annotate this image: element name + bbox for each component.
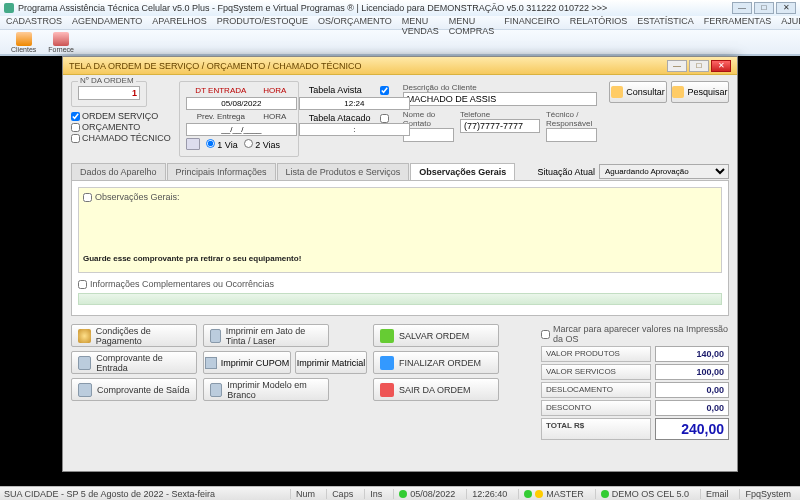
chk-chamado[interactable]: CHAMADO TÉCNICO: [71, 133, 171, 143]
doc-in-icon: [78, 356, 91, 370]
chk-avista[interactable]: Tabela Avista: [309, 85, 389, 95]
os-close[interactable]: ✕: [711, 60, 731, 72]
menu-estatistica[interactable]: ESTATÍSTICA: [637, 16, 694, 29]
printer-icon: [186, 138, 200, 150]
status-email[interactable]: Email: [700, 489, 734, 499]
led-icon: [524, 490, 532, 498]
menu-cadastros[interactable]: CADASTROS: [6, 16, 62, 29]
menu-ferramentas[interactable]: FERRAMENTAS: [704, 16, 771, 29]
obs-keep-msg: Guarde esse comprovante pra retirar o se…: [83, 254, 717, 263]
check-icon: [380, 329, 394, 343]
consultar-button[interactable]: Consultar: [609, 81, 667, 103]
os-maximize[interactable]: □: [689, 60, 709, 72]
printer-icon: [210, 329, 221, 343]
status-caps: Caps: [326, 489, 358, 499]
green-bar: [78, 293, 722, 305]
chk-obs[interactable]: [83, 193, 92, 202]
os-window-title: TELA DA ORDEM DE SERVIÇO / ORÇAMENTO / C…: [69, 61, 362, 71]
btn-finalizar-ordem[interactable]: FINALIZAR ORDEM: [373, 351, 499, 374]
menu-ajuda[interactable]: AJUDA: [781, 16, 800, 29]
contato-input[interactable]: [403, 128, 454, 142]
os-window: TELA DA ORDEM DE SERVIÇO / ORÇAMENTO / C…: [62, 56, 738, 472]
btn-sair-ordem[interactable]: SAIR DA ORDEM: [373, 378, 499, 401]
valor-total: 240,00: [655, 418, 729, 440]
btn-modelo-branco[interactable]: Imprimir Modelo em Branco: [203, 378, 329, 401]
tab-dados-aparelho[interactable]: Dados do Aparelho: [71, 163, 166, 180]
close-button[interactable]: ✕: [776, 2, 796, 14]
obs-box: Observações Gerais: Guarde esse comprova…: [78, 187, 722, 273]
finalize-icon: [380, 356, 394, 370]
receipt-icon: [205, 357, 217, 369]
pesquisar-button[interactable]: Pesquisar: [671, 81, 729, 103]
status-num: Num: [290, 489, 320, 499]
minimize-button[interactable]: —: [732, 2, 752, 14]
menu-financeiro[interactable]: FINANCEIRO: [504, 16, 560, 29]
status-ins: Ins: [364, 489, 387, 499]
btn-imprimir-matricial[interactable]: Imprimir Matricial: [295, 351, 367, 374]
btn-cond-pagamento[interactable]: Condições de Pagamento: [71, 324, 197, 347]
blank-icon: [210, 383, 222, 397]
status-location: SUA CIDADE - SP 5 de Agosto de 2022 - Se…: [4, 489, 215, 499]
led-icon: [535, 490, 543, 498]
valor-desconto: 0,00: [655, 400, 729, 416]
chk-ordem-servico[interactable]: ORDEM SERVIÇO: [71, 111, 171, 121]
btn-imprimir-cupom[interactable]: Imprimir CUPOM: [203, 351, 291, 374]
telefone-input[interactable]: [460, 119, 540, 133]
situacao-select[interactable]: Aguardando Aprovação: [599, 164, 729, 179]
coin-icon: [78, 329, 91, 343]
main-menu: CADASTROS AGENDAMENTO APARELHOS PRODUTO/…: [0, 16, 800, 30]
led-icon: [399, 490, 407, 498]
app-titlebar: Programa Assistência Técnica Celular v5.…: [0, 0, 800, 16]
cliente-desc[interactable]: [403, 92, 597, 106]
tab-observacoes[interactable]: Observações Gerais: [410, 163, 515, 180]
radio-1via[interactable]: 1 Via: [206, 139, 238, 150]
menu-os[interactable]: OS/ORÇAMENTO: [318, 16, 392, 29]
menu-relatorios[interactable]: RELATÓRIOS: [570, 16, 627, 29]
totals-panel: Marcar para aparecer valores na Impressã…: [541, 324, 729, 442]
grp-datas: DT ENTRADAHORA Prev. EntregaHORA 1 Via 2…: [179, 81, 299, 157]
main-toolbar: Clientes Fornece: [0, 30, 800, 56]
hora-prev[interactable]: [299, 123, 410, 136]
btn-comprovante-saida[interactable]: Comprovante de Saída: [71, 378, 197, 401]
menu-produto[interactable]: PRODUTO/ESTOQUE: [217, 16, 308, 29]
status-bar: SUA CIDADE - SP 5 de Agosto de 2022 - Se…: [0, 486, 800, 500]
tecnico-input[interactable]: [546, 128, 597, 142]
search-icon: [611, 86, 623, 98]
menu-vendas[interactable]: MENU VENDAS: [402, 16, 439, 29]
menu-aparelhos[interactable]: APARELHOS: [152, 16, 206, 29]
obs-textarea[interactable]: [83, 204, 717, 244]
tab-content: Observações Gerais: Guarde esse comprova…: [71, 180, 729, 316]
num-ordem-input[interactable]: [78, 86, 140, 100]
doc-out-icon: [78, 383, 92, 397]
people-icon: [16, 32, 32, 46]
chk-atacado[interactable]: Tabela Atacado: [309, 113, 389, 123]
chk-orcamento[interactable]: ORÇAMENTO: [71, 122, 171, 132]
btn-salvar-ordem[interactable]: SALVAR ORDEM: [373, 324, 499, 347]
tab-principais[interactable]: Principais Informações: [167, 163, 276, 180]
btn-comprovante-entrada[interactable]: Comprovante de Entrada: [71, 351, 197, 374]
led-icon: [601, 490, 609, 498]
hora-entrada[interactable]: [299, 97, 410, 110]
workspace: TELA DA ORDEM DE SERVIÇO / ORÇAMENTO / C…: [0, 56, 800, 486]
toolbar-clientes[interactable]: Clientes: [6, 30, 41, 55]
app-title: Programa Assistência Técnica Celular v5.…: [18, 3, 607, 13]
grp-num-ordem: Nº DA ORDEM: [71, 81, 147, 107]
valor-servicos: 100,00: [655, 364, 729, 380]
radio-2vias[interactable]: 2 Vias: [244, 139, 280, 150]
toolbar-fornece[interactable]: Fornece: [43, 30, 79, 55]
supplier-icon: [53, 32, 69, 46]
chk-infcomp[interactable]: [78, 280, 87, 289]
dt-entrada[interactable]: [186, 97, 297, 110]
menu-compras[interactable]: MENU COMPRAS: [449, 16, 495, 29]
status-fpq[interactable]: FpqSystem: [739, 489, 796, 499]
btn-imprimir-jato[interactable]: Imprimir em Jato de Tinta / Laser: [203, 324, 329, 347]
valor-deslocamento: 0,00: [655, 382, 729, 398]
os-minimize[interactable]: —: [667, 60, 687, 72]
find-icon: [672, 86, 684, 98]
menu-agendamento[interactable]: AGENDAMENTO: [72, 16, 142, 29]
maximize-button[interactable]: □: [754, 2, 774, 14]
dt-prev[interactable]: [186, 123, 297, 136]
chk-marcar-valores[interactable]: [541, 330, 550, 339]
tab-lista-prod[interactable]: Lista de Produtos e Serviços: [277, 163, 410, 180]
exit-icon: [380, 383, 394, 397]
